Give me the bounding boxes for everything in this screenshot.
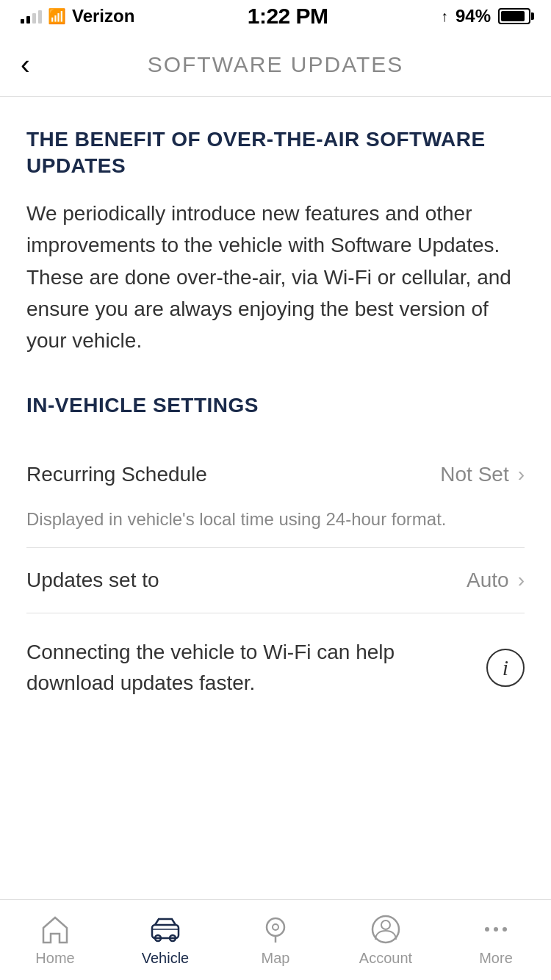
back-button[interactable]: ‹ <box>21 51 30 79</box>
recurring-schedule-value-text: Not Set <box>440 463 508 486</box>
svg-point-9 <box>485 927 489 932</box>
recurring-schedule-value: Not Set › <box>440 463 525 486</box>
chevron-right-icon: › <box>518 463 525 486</box>
info-icon-label: i <box>503 655 508 680</box>
home-icon <box>37 913 73 945</box>
updates-set-to-row[interactable]: Updates set to Auto › <box>26 548 525 613</box>
svg-point-10 <box>494 927 498 932</box>
tab-map[interactable]: Map <box>220 913 331 967</box>
tab-vehicle-label: Vehicle <box>142 950 190 967</box>
status-bar: 📶 Verizon 1:22 PM ↑ 94% <box>0 0 551 32</box>
tab-bar: Home Vehicle Map <box>0 899 551 980</box>
main-content: THE BENEFIT OF OVER-THE-AIR SOFTWARE UPD… <box>0 97 551 801</box>
tab-home-label: Home <box>35 950 74 967</box>
recurring-schedule-row[interactable]: Recurring Schedule Not Set › <box>26 442 525 507</box>
tab-home[interactable]: Home <box>0 913 110 967</box>
info-icon[interactable]: i <box>486 649 525 687</box>
signal-icon <box>21 9 42 24</box>
chevron-right-icon-2: › <box>518 569 525 592</box>
section1-body: We periodically introduce new features a… <box>26 198 525 357</box>
nav-header: ‹ SOFTWARE UPDATES <box>0 32 551 97</box>
tab-more-label: More <box>479 950 513 967</box>
tab-account[interactable]: Account <box>331 913 441 967</box>
location-icon: ↑ <box>441 8 448 25</box>
wifi-icon: 📶 <box>48 7 66 25</box>
section1-heading: THE BENEFIT OF OVER-THE-AIR SOFTWARE UPD… <box>26 126 525 180</box>
updates-set-to-value-text: Auto <box>467 569 509 592</box>
svg-point-8 <box>381 920 390 929</box>
more-icon <box>478 913 514 945</box>
map-icon <box>258 913 293 945</box>
vehicle-icon <box>148 913 183 945</box>
tab-more[interactable]: More <box>441 913 551 967</box>
battery-icon <box>498 8 530 24</box>
svg-point-4 <box>267 918 284 936</box>
updates-set-to-value: Auto › <box>467 569 525 592</box>
status-right: ↑ 94% <box>441 6 530 26</box>
updates-set-to-label: Updates set to <box>26 569 159 592</box>
section2-heading: IN-VEHICLE SETTINGS <box>26 392 525 419</box>
tab-account-label: Account <box>359 950 412 967</box>
wifi-info-text: Connecting the vehicle to Wi-Fi can help… <box>26 637 486 699</box>
account-icon <box>368 913 403 945</box>
svg-point-5 <box>273 924 278 930</box>
wifi-info-row: Connecting the vehicle to Wi-Fi can help… <box>26 613 525 713</box>
carrier-label: Verizon <box>72 6 134 26</box>
recurring-schedule-label: Recurring Schedule <box>26 463 207 486</box>
time-label: 1:22 PM <box>248 4 328 29</box>
tab-vehicle[interactable]: Vehicle <box>110 913 220 967</box>
recurring-schedule-subtext: Displayed in vehicle's local time using … <box>26 507 525 547</box>
battery-percent: 94% <box>455 6 491 26</box>
svg-point-11 <box>503 927 507 932</box>
tab-map-label: Map <box>262 950 290 967</box>
page-title: SOFTWARE UPDATES <box>148 52 404 77</box>
status-left: 📶 Verizon <box>21 6 134 26</box>
